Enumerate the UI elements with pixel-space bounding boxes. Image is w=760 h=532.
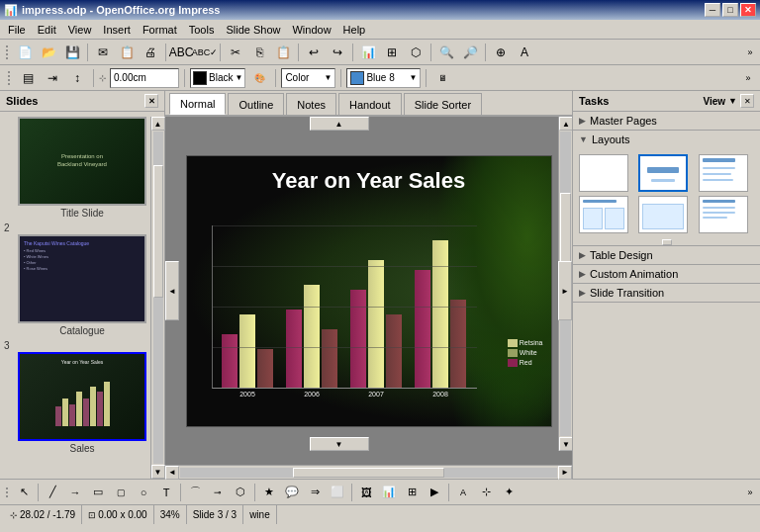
- select-tool[interactable]: ↖: [13, 482, 35, 503]
- table-design-header[interactable]: ▶ Table Design: [573, 246, 760, 264]
- tab-notes[interactable]: Notes: [286, 93, 336, 115]
- chart-button[interactable]: 📊: [357, 42, 379, 63]
- slide-scroll-right[interactable]: ►: [558, 261, 572, 320]
- connector-tool[interactable]: ⊸: [207, 482, 229, 503]
- slide-canvas[interactable]: Year on Year Sales: [186, 155, 552, 427]
- menu-edit[interactable]: Edit: [32, 22, 62, 38]
- layout-title-content[interactable]: [699, 154, 748, 192]
- glue-points-btn[interactable]: ✦: [498, 482, 520, 503]
- redo-button[interactable]: ↪: [327, 42, 348, 63]
- navigator-button[interactable]: ⊕: [490, 42, 512, 63]
- tasks-view-button[interactable]: View: [703, 96, 725, 107]
- rounded-rect-tool[interactable]: ▢: [110, 482, 132, 503]
- layout-title-text[interactable]: [699, 196, 748, 233]
- position-field[interactable]: 0.00cm: [110, 68, 179, 88]
- find-button[interactable]: 🔍: [435, 42, 457, 63]
- polygon-tool[interactable]: ⬡: [230, 482, 251, 503]
- new-button[interactable]: 📄: [14, 42, 36, 63]
- slides-scroll-up[interactable]: ▲: [151, 117, 165, 131]
- layouts-header[interactable]: ▼ Layouts: [573, 131, 760, 148]
- slide-scroll-top[interactable]: ▲: [310, 117, 369, 131]
- slide-canvas-area[interactable]: ◄ ► ▲ ▼ Year on Year Sales: [165, 117, 572, 465]
- toolbar-overflow[interactable]: »: [742, 42, 758, 63]
- curve-tool[interactable]: ⌒: [184, 482, 206, 503]
- insert-table-btn[interactable]: ⊞: [401, 482, 423, 503]
- menu-insert[interactable]: Insert: [97, 22, 137, 38]
- menu-format[interactable]: Format: [137, 22, 183, 38]
- pdf-button[interactable]: 📋: [116, 42, 138, 63]
- flowchart-tool[interactable]: ⬜: [327, 482, 348, 503]
- ellipse-tool[interactable]: ○: [133, 482, 154, 503]
- object-button[interactable]: ⬡: [405, 42, 427, 63]
- menu-tools[interactable]: Tools: [183, 22, 221, 38]
- arrow-tool[interactable]: →: [64, 482, 86, 503]
- custom-animation-header[interactable]: ▶ Custom Animation: [573, 265, 760, 283]
- master-pages-header[interactable]: ▶ Master Pages: [573, 112, 760, 130]
- slide-thumb-3[interactable]: 3 Year on Year Sales: [4, 340, 160, 454]
- display-btn[interactable]: 🖥: [431, 67, 453, 89]
- block-arrow-tool[interactable]: ⇒: [304, 482, 326, 503]
- email-button[interactable]: ✉: [92, 42, 114, 63]
- copy-button[interactable]: ⎘: [248, 42, 270, 63]
- menu-view[interactable]: View: [62, 22, 98, 38]
- insert-media-btn[interactable]: ▶: [424, 482, 445, 503]
- center-scroll-hright[interactable]: ►: [558, 466, 572, 480]
- draw-toolbar-overflow[interactable]: »: [742, 482, 758, 503]
- window-controls[interactable]: ─ □ ✕: [705, 3, 756, 17]
- color-mode-select[interactable]: Color ▼: [281, 68, 335, 88]
- slide-scroll-left[interactable]: ◄: [165, 261, 179, 320]
- layout-title-center[interactable]: [638, 154, 688, 192]
- center-scroll-down[interactable]: ▼: [559, 437, 572, 451]
- menu-window[interactable]: Window: [286, 22, 336, 38]
- center-scroll-up[interactable]: ▲: [559, 117, 572, 131]
- insert-image-btn[interactable]: 🖼: [355, 482, 377, 503]
- maximize-button[interactable]: □: [722, 3, 738, 17]
- color-scheme-select[interactable]: Blue 8 ▼: [346, 68, 421, 88]
- print-button[interactable]: 🖨: [140, 42, 161, 63]
- rect-tool[interactable]: ▭: [87, 482, 109, 503]
- slide-thumb-1[interactable]: Presentation onBackland Vineyard Title S…: [4, 116, 160, 219]
- zoom-button[interactable]: 🔎: [459, 42, 481, 63]
- style-button[interactable]: A: [514, 42, 535, 63]
- status-zoom[interactable]: 34%: [154, 505, 187, 524]
- slides-scroll-thumb[interactable]: [153, 165, 163, 298]
- undo-button[interactable]: ↩: [303, 42, 325, 63]
- color-picker[interactable]: Black ▼: [190, 68, 245, 88]
- fontwork-btn[interactable]: A: [452, 482, 474, 503]
- tab-slide-sorter[interactable]: Slide Sorter: [404, 93, 482, 115]
- layout-two-content[interactable]: [579, 196, 628, 233]
- point-edit-btn[interactable]: ⊹: [475, 482, 497, 503]
- star-tool[interactable]: ★: [258, 482, 280, 503]
- menu-help[interactable]: Help: [337, 22, 372, 38]
- open-button[interactable]: 📂: [38, 42, 59, 63]
- autocorrect-button[interactable]: ABC✓: [194, 42, 216, 63]
- line-tool[interactable]: ╱: [42, 482, 63, 503]
- paste-button[interactable]: 📋: [272, 42, 294, 63]
- tab-button[interactable]: ⇥: [42, 67, 63, 89]
- slide-transition-header[interactable]: ▶ Slide Transition: [573, 284, 760, 302]
- tasks-view-arrow[interactable]: ▼: [728, 96, 737, 106]
- text-tool[interactable]: T: [155, 482, 177, 503]
- slide-thumb-2[interactable]: 2 The Kaputsi Wines Catalogue • Red Wine…: [4, 222, 160, 336]
- menu-file[interactable]: File: [2, 22, 32, 38]
- slide-scroll-bottom[interactable]: ▼: [310, 437, 369, 451]
- layout-content-only[interactable]: [638, 196, 688, 233]
- toolbar2-overflow[interactable]: »: [740, 67, 756, 89]
- spellcheck-button[interactable]: ABC: [170, 42, 192, 63]
- callout-tool[interactable]: 💬: [281, 482, 303, 503]
- minimize-button[interactable]: ─: [705, 3, 720, 17]
- table-button[interactable]: ⊞: [381, 42, 403, 63]
- slides-scroll-down[interactable]: ▼: [151, 465, 165, 479]
- layout-blank[interactable]: [579, 154, 628, 192]
- layouts-scroll-thumb[interactable]: [662, 239, 672, 245]
- slides-panel-close[interactable]: ✕: [144, 94, 158, 108]
- tab-handout[interactable]: Handout: [338, 93, 402, 115]
- save-button[interactable]: 💾: [61, 42, 83, 63]
- menu-slideshow[interactable]: Slide Show: [220, 22, 286, 38]
- tasks-panel-close[interactable]: ✕: [740, 94, 754, 108]
- cut-button[interactable]: ✂: [225, 42, 246, 63]
- slides-button[interactable]: ▤: [17, 67, 39, 89]
- close-window-button[interactable]: ✕: [740, 3, 756, 17]
- color-btn[interactable]: 🎨: [248, 67, 270, 89]
- center-scroll-hleft[interactable]: ◄: [165, 466, 179, 480]
